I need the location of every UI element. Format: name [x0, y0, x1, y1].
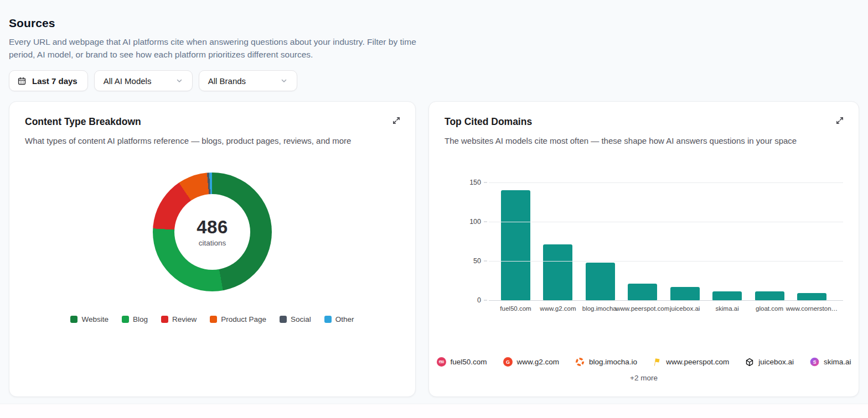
expand-icon[interactable] — [389, 113, 404, 128]
total-citations-label: citations — [199, 239, 226, 247]
brand-filter-value: All Brands — [208, 76, 246, 86]
gridline-50 — [489, 261, 843, 262]
card-subtitle: The websites AI models cite most often —… — [445, 135, 807, 147]
bar-gloat.com[interactable] — [755, 291, 784, 300]
chevron-down-icon — [280, 77, 288, 85]
y-tick-mark — [484, 300, 487, 301]
date-range-label: Last 7 days — [32, 76, 78, 86]
legend-item-review: Review — [161, 315, 197, 323]
bar-blog.imocha.[interactable] — [586, 263, 615, 300]
legend-label: Review — [172, 315, 197, 323]
domain-item-www.g2.com[interactable]: Gwww.g2.com — [503, 357, 560, 367]
chevron-down-icon — [175, 77, 183, 85]
partial-next-section — [0, 404, 868, 418]
top-cited-domains-card: Top Cited Domains The websites AI models… — [428, 101, 859, 397]
skima-favicon: S — [810, 357, 819, 367]
x-axis-label: gloat.com — [756, 305, 783, 312]
legend-swatch — [161, 316, 168, 323]
legend-swatch — [324, 316, 332, 323]
bar-column-gloat.com: gloat.com — [755, 182, 784, 300]
legend-swatch — [70, 316, 78, 323]
date-range-button[interactable]: Last 7 days — [9, 70, 88, 91]
brand-filter[interactable]: All Brands — [199, 70, 297, 91]
legend-label: Product Page — [221, 315, 266, 323]
legend-swatch — [280, 316, 287, 323]
bar-www.g2.com[interactable] — [543, 244, 572, 300]
y-tick-mark — [484, 222, 487, 222]
bars-container: fuel50.comwww.g2.comblog.imocha.www.peer… — [489, 182, 843, 300]
gridline-0 — [489, 300, 843, 301]
calendar-icon — [17, 76, 27, 86]
y-tick-mark — [484, 182, 487, 183]
peerspot-favicon — [653, 358, 662, 367]
content-type-legend: WebsiteBlogReviewProduct PageSocialOther — [25, 315, 400, 323]
filter-bar: Last 7 days All AI Models All Brands — [9, 70, 859, 91]
juicebox-favicon — [745, 358, 754, 367]
bar-column-skima.ai: skima.ai — [712, 182, 742, 300]
domain-item-skima.ai[interactable]: Sskima.ai — [810, 357, 851, 367]
domain-label: www.peerspot.com — [666, 358, 729, 366]
domain-label: blog.imocha.io — [589, 358, 637, 366]
x-axis-label: skima.ai — [716, 305, 739, 312]
svg-text:f50: f50 — [438, 360, 444, 364]
content-type-donut-chart[interactable]: 486 citations — [153, 173, 272, 291]
bar-juicebox.ai[interactable] — [670, 287, 700, 300]
domain-label: juicebox.ai — [758, 358, 794, 366]
gridline-150 — [489, 182, 843, 183]
expand-icon[interactable] — [832, 113, 848, 128]
legend-item-other: Other — [324, 315, 354, 323]
gridline-100 — [489, 222, 843, 222]
cards-row: Content Type Breakdown What types of con… — [9, 101, 859, 397]
sources-page: Sources Every URL and webpage that AI pl… — [0, 0, 868, 397]
domain-item-fuel50.com[interactable]: f50fuel50.com — [437, 357, 487, 367]
bar-column-juicebox.ai: juicebox.ai — [670, 182, 700, 300]
fuel50-favicon: f50 — [437, 357, 446, 367]
y-tick-label-50: 50 — [473, 257, 481, 265]
donut-center: 486 citations — [174, 194, 250, 270]
domain-label: www.g2.com — [517, 358, 560, 366]
legend-item-website: Website — [70, 315, 108, 323]
x-axis-label: blog.imocha. — [582, 305, 618, 312]
x-axis-label: www.peerspot.com — [616, 305, 669, 312]
domain-label: fuel50.com — [451, 358, 487, 366]
ai-model-filter[interactable]: All AI Models — [94, 70, 193, 91]
legend-label: Website — [81, 315, 108, 323]
svg-text:S: S — [813, 359, 817, 365]
cited-domains-list: f50fuel50.comGwww.g2.comblog.imocha.ioww… — [429, 357, 859, 367]
bar-column-fuel50.com: fuel50.com — [501, 182, 530, 300]
more-domains-link[interactable]: +2 more — [429, 374, 859, 382]
card-subtitle: What types of content AI platforms refer… — [25, 135, 400, 147]
x-axis-label: www.g2.com — [540, 305, 576, 312]
x-axis-label: fuel50.com — [500, 305, 531, 312]
x-axis-label: juicebox.ai — [670, 305, 700, 312]
imocha-favicon — [575, 357, 585, 367]
legend-label: Social — [291, 315, 311, 323]
x-axis-label: www.cornerston… — [786, 305, 838, 312]
y-tick-label-150: 150 — [469, 179, 481, 186]
domain-item-www.peerspot.com[interactable]: www.peerspot.com — [653, 358, 729, 367]
bar-fuel50.com[interactable] — [501, 190, 530, 300]
legend-swatch — [210, 316, 217, 323]
bar-column-www.peerspot.com: www.peerspot.com — [628, 182, 657, 300]
legend-item-product-page: Product Page — [210, 315, 266, 323]
domain-label: skima.ai — [824, 358, 851, 366]
bar-column-www.g2.com: www.g2.com — [543, 182, 572, 300]
legend-label: Blog — [133, 315, 148, 323]
domain-item-blog.imocha.io[interactable]: blog.imocha.io — [575, 357, 637, 367]
bar-skima.ai[interactable] — [712, 291, 742, 300]
bar-plot-area: fuel50.comwww.g2.comblog.imocha.www.peer… — [489, 182, 843, 300]
bar-www.cornerston…[interactable] — [797, 293, 826, 300]
y-tick-label-0: 0 — [477, 296, 481, 304]
y-tick-label-100: 100 — [469, 218, 481, 226]
g2-favicon: G — [503, 357, 513, 367]
page-title: Sources — [9, 17, 859, 30]
page-description: Every URL and webpage that AI platforms … — [9, 35, 423, 61]
bar-www.peerspot.com[interactable] — [628, 284, 657, 300]
bar-column-blog.imocha.: blog.imocha. — [586, 182, 615, 300]
domain-item-juicebox.ai[interactable]: juicebox.ai — [745, 358, 794, 367]
legend-item-blog: Blog — [122, 315, 148, 323]
content-type-breakdown-card: Content Type Breakdown What types of con… — [9, 101, 416, 397]
card-title: Top Cited Domains — [445, 116, 843, 128]
total-citations-value: 486 — [197, 217, 228, 238]
bar-column-www.cornerston…: www.cornerston… — [797, 182, 826, 300]
